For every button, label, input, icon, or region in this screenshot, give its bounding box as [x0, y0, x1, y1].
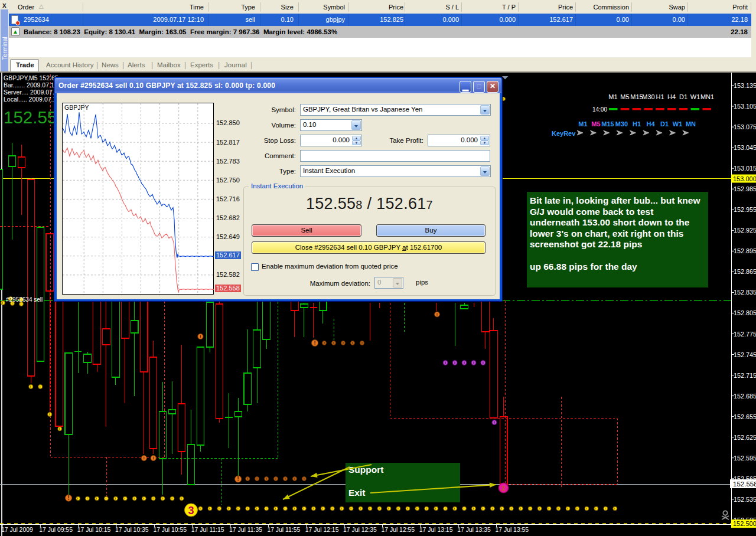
svg-text:152.865: 152.865 [734, 268, 756, 275]
svg-text:M1: M1 [608, 93, 617, 100]
svg-text:17 Jul 09:55: 17 Jul 09:55 [39, 527, 73, 533]
svg-text:Exit: Exit [348, 488, 365, 498]
svg-text:D1: D1 [679, 93, 687, 100]
svg-text:MN: MN [686, 120, 696, 128]
svg-text:152.558: 152.558 [733, 481, 756, 488]
svg-text:152.715: 152.715 [734, 372, 756, 379]
svg-text:17 Jul 13:55: 17 Jul 13:55 [496, 527, 529, 533]
svg-text:17 Jul 11:15: 17 Jul 11:15 [191, 527, 224, 533]
svg-text:152.500: 152.500 [733, 520, 756, 527]
svg-text:17 Jul 2009: 17 Jul 2009 [1, 527, 33, 533]
svg-text:H4: H4 [667, 93, 676, 100]
svg-text:#2952634 sell: #2952634 sell [6, 296, 43, 303]
svg-text:Local..... 2009.07.17: Local..... 2009.07.17 [4, 96, 60, 103]
svg-text:Bar....... 2009.07.17: Bar....... 2009.07.17 [4, 81, 58, 89]
svg-text:152.595: 152.595 [734, 455, 756, 462]
svg-text:152.925: 152.925 [734, 227, 756, 234]
svg-text:H1: H1 [656, 93, 664, 100]
svg-text:152.955: 152.955 [734, 206, 756, 213]
svg-text:G/J would come back to test: G/J would come back to test [530, 207, 653, 217]
svg-text:M30: M30 [642, 93, 654, 100]
svg-text:17 Jul 11:55: 17 Jul 11:55 [267, 527, 300, 533]
svg-text:KeyRev: KeyRev [552, 130, 576, 137]
svg-text:17 Jul 11:35: 17 Jul 11:35 [229, 527, 262, 533]
svg-text:underneath 153.00 short down t: underneath 153.00 short down to the [530, 217, 690, 227]
svg-text:M30: M30 [615, 120, 628, 128]
svg-text:152.835: 152.835 [734, 289, 756, 296]
svg-text:lower 3's on chart, exit right: lower 3's on chart, exit right on this [530, 228, 683, 238]
svg-text:D1: D1 [660, 120, 669, 128]
svg-text:M15: M15 [601, 120, 614, 128]
svg-text:MN1: MN1 [700, 93, 714, 100]
svg-text:H1: H1 [633, 120, 641, 128]
svg-text:152.805: 152.805 [734, 309, 756, 316]
svg-text:153.015: 153.015 [734, 165, 756, 172]
svg-text:Server.... 2009.07.1: Server.... 2009.07.1 [4, 89, 58, 96]
svg-text:M5: M5 [620, 93, 629, 100]
svg-text:2: 2 [501, 485, 505, 492]
svg-text:3: 3 [188, 505, 194, 517]
svg-text:152.895: 152.895 [734, 247, 756, 254]
svg-text:152.985: 152.985 [734, 185, 756, 192]
svg-text:W1: W1 [690, 93, 700, 100]
svg-text:153.105: 153.105 [734, 103, 756, 110]
svg-text:17 Jul 12:35: 17 Jul 12:35 [343, 527, 377, 533]
svg-text:17 Jul 13:35: 17 Jul 13:35 [457, 527, 491, 533]
svg-text:17 Jul 12:15: 17 Jul 12:15 [305, 527, 339, 533]
svg-text:Bit late in, looking after bub: Bit late in, looking after bub... but kn… [530, 195, 700, 205]
svg-text:153.075: 153.075 [734, 123, 756, 130]
svg-text:152.685: 152.685 [734, 393, 756, 400]
svg-text:!: ! [67, 494, 70, 501]
svg-text:!: ! [237, 475, 239, 482]
svg-text:17 Jul 10:55: 17 Jul 10:55 [153, 527, 187, 533]
svg-text:153.000: 153.000 [733, 175, 756, 182]
svg-text:17 Jul 13:15: 17 Jul 13:15 [419, 527, 453, 533]
svg-text:M1: M1 [578, 120, 587, 128]
svg-text:152.775: 152.775 [734, 331, 756, 338]
svg-text:153.135: 153.135 [734, 82, 756, 89]
svg-text:152.625: 152.625 [734, 434, 756, 441]
svg-text:17 Jul 10:15: 17 Jul 10:15 [77, 527, 111, 533]
svg-text:W1: W1 [673, 120, 683, 128]
svg-text:!: ! [314, 339, 316, 347]
svg-text:H4: H4 [646, 120, 655, 128]
svg-text:152.535: 152.535 [734, 496, 756, 503]
svg-text:M5: M5 [591, 120, 600, 128]
svg-text:M15: M15 [630, 93, 643, 100]
svg-text:17 Jul 12:55: 17 Jul 12:55 [382, 527, 415, 533]
svg-text:17 Jul 10:35: 17 Jul 10:35 [115, 527, 149, 533]
svg-text:GBPJPY,M5 152.65: GBPJPY,M5 152.65 [4, 74, 58, 81]
svg-text:152.655: 152.655 [734, 413, 756, 420]
svg-text:up 66.88 pips for the day: up 66.88 pips for the day [530, 262, 637, 272]
svg-text:screenshot got 22.18 pips: screenshot got 22.18 pips [530, 239, 642, 249]
svg-text:152.745: 152.745 [734, 351, 756, 358]
svg-text:14:00: 14:00 [592, 106, 607, 113]
svg-text:153.045: 153.045 [734, 144, 756, 151]
